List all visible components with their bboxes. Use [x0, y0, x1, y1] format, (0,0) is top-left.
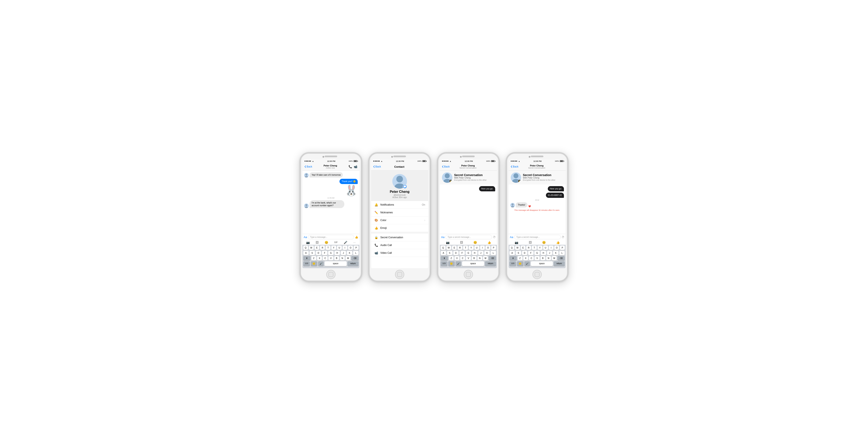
key-space[interactable]: space: [324, 261, 347, 266]
key-k[interactable]: K: [347, 251, 352, 255]
key-v[interactable]: V: [329, 256, 333, 261]
menu-video[interactable]: 📹 Video Call: [371, 249, 428, 257]
k3-del[interactable]: ⌫: [489, 256, 496, 261]
image-icon-4[interactable]: 🖼: [529, 241, 532, 244]
k4-o[interactable]: O: [554, 245, 559, 250]
key-p[interactable]: P: [354, 245, 359, 250]
k4-m[interactable]: M: [552, 256, 557, 261]
k3-emoji[interactable]: 🙂: [448, 261, 455, 266]
like-icon-3[interactable]: 👍: [488, 241, 491, 244]
aa-button-4[interactable]: Aa: [510, 236, 513, 239]
k4-a[interactable]: A: [509, 251, 515, 255]
k3-j[interactable]: J: [478, 251, 484, 255]
k4-k[interactable]: K: [553, 251, 558, 255]
k4-e[interactable]: E: [521, 245, 526, 250]
menu-audio[interactable]: 📞 Audio Call: [371, 241, 428, 249]
k3-i[interactable]: I: [480, 245, 485, 250]
k3-space[interactable]: space: [462, 261, 484, 266]
key-l[interactable]: L: [353, 251, 359, 255]
key-w[interactable]: W: [309, 245, 314, 250]
like-button-1[interactable]: 👍: [355, 236, 358, 239]
k3-num[interactable]: 123: [441, 261, 447, 266]
menu-color[interactable]: 🎨 Color ›: [371, 216, 428, 224]
k3-shift[interactable]: ⬆: [441, 256, 448, 261]
k4-emoji[interactable]: 🙂: [517, 261, 524, 266]
k4-num[interactable]: 123: [509, 261, 516, 266]
k3-z[interactable]: Z: [449, 256, 454, 261]
k3-return[interactable]: return: [485, 261, 496, 266]
k3-c[interactable]: C: [460, 256, 465, 261]
emoji-icon-4[interactable]: 😊: [542, 241, 546, 244]
gif-icon-1[interactable]: GIF: [334, 241, 338, 243]
key-h[interactable]: H: [335, 251, 340, 255]
home-button-2[interactable]: [395, 270, 404, 279]
aa-button-3[interactable]: Aa: [441, 236, 444, 239]
k4-s[interactable]: S: [516, 251, 521, 255]
menu-emoji[interactable]: 👍 Emoji: [371, 224, 428, 232]
k4-x[interactable]: X: [523, 256, 528, 261]
k4-v[interactable]: V: [535, 256, 539, 261]
k4-g[interactable]: G: [534, 251, 540, 255]
emoji-icon-1[interactable]: 😊: [324, 241, 328, 244]
k4-del[interactable]: ⌫: [557, 256, 565, 261]
image-icon-1[interactable]: 🖼: [316, 241, 318, 244]
key-a[interactable]: A: [303, 251, 309, 255]
key-i[interactable]: I: [343, 245, 347, 250]
video-icon-1[interactable]: 📹: [354, 165, 357, 168]
k4-b[interactable]: B: [540, 256, 545, 261]
k4-p[interactable]: P: [560, 245, 565, 250]
k3-e[interactable]: E: [452, 245, 457, 250]
back-button-4[interactable]: Back: [511, 165, 519, 168]
k4-z[interactable]: Z: [518, 256, 522, 261]
k3-g[interactable]: G: [466, 251, 471, 255]
k4-w[interactable]: W: [515, 245, 520, 250]
k3-x[interactable]: X: [455, 256, 459, 261]
k3-y[interactable]: Y: [469, 245, 474, 250]
k4-j[interactable]: J: [547, 251, 552, 255]
message-input-3[interactable]: Type a secret message...: [445, 235, 492, 239]
k4-shift[interactable]: ⬆: [509, 256, 517, 261]
key-s[interactable]: S: [310, 251, 315, 255]
k4-r[interactable]: R: [526, 245, 531, 250]
key-q[interactable]: Q: [303, 245, 308, 250]
menu-nicknames[interactable]: ✏️ Nicknames: [371, 209, 428, 216]
back-button-3[interactable]: Back: [442, 165, 450, 168]
k3-s[interactable]: S: [447, 251, 453, 255]
key-c[interactable]: C: [323, 256, 328, 261]
k3-t[interactable]: T: [463, 245, 468, 250]
aa-button-1[interactable]: Aa: [304, 236, 307, 239]
k3-v[interactable]: V: [466, 256, 471, 261]
k3-p[interactable]: P: [491, 245, 496, 250]
back-button-2[interactable]: Back: [373, 165, 381, 168]
camera-icon-4[interactable]: 📷: [515, 241, 518, 244]
k3-r[interactable]: R: [458, 245, 462, 250]
k3-o[interactable]: O: [486, 245, 490, 250]
menu-secret[interactable]: 🔒 Secret Conversation: [371, 234, 428, 241]
k3-q[interactable]: Q: [441, 245, 445, 250]
call-icon-1[interactable]: 📞: [348, 165, 352, 168]
k4-d[interactable]: D: [522, 251, 527, 255]
k3-mic[interactable]: 🎤: [456, 261, 461, 266]
key-b[interactable]: B: [334, 256, 339, 261]
key-d[interactable]: D: [316, 251, 321, 255]
k4-c[interactable]: C: [529, 256, 534, 261]
k3-u[interactable]: U: [474, 245, 479, 250]
message-input-4[interactable]: Type a secret message...: [514, 235, 561, 239]
k4-u[interactable]: U: [543, 245, 548, 250]
k3-a[interactable]: A: [441, 251, 446, 255]
like-icon-4[interactable]: 👍: [556, 241, 560, 244]
key-o[interactable]: O: [348, 245, 353, 250]
timer-icon-4[interactable]: ⏱: [562, 236, 564, 239]
k4-l[interactable]: L: [559, 251, 565, 255]
k4-y[interactable]: Y: [537, 245, 542, 250]
key-f[interactable]: F: [322, 251, 327, 255]
key-shift[interactable]: ⬆: [303, 256, 311, 261]
k4-space[interactable]: space: [531, 261, 553, 266]
key-u[interactable]: U: [337, 245, 342, 250]
k4-i[interactable]: I: [549, 245, 554, 250]
camera-icon-1[interactable]: 📷: [306, 241, 310, 244]
back-button-1[interactable]: Back: [305, 165, 312, 168]
k3-w[interactable]: W: [446, 245, 451, 250]
k3-k[interactable]: K: [484, 251, 490, 255]
emoji-icon-3[interactable]: 😊: [473, 241, 477, 244]
